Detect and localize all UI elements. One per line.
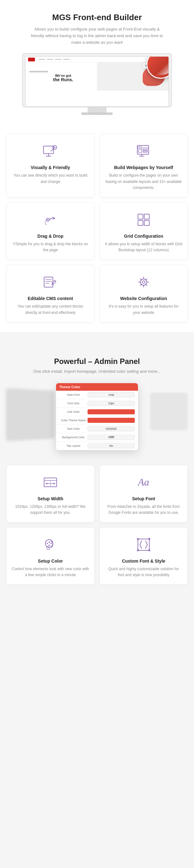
admin-features-section: Setup Width 1024px, 1200px, 1366px or fu… (0, 462, 194, 594)
custom-font-style-icon (134, 535, 153, 554)
admin-title: Powerful – Admin Panel (9, 357, 185, 366)
hero-text-area: We've gotthe Runs. (29, 71, 97, 82)
website-config-icon (134, 273, 153, 291)
grid-config-icon (134, 210, 153, 229)
feature-title: Setup Color (12, 559, 89, 563)
features-grid-1: Visually & Friendly You can see directly… (6, 134, 188, 322)
monitor-screen: We've gotthe Runs. ✚ ⤢ ❐ 🗑 (25, 56, 169, 107)
admin-panel-row: Top Layout No (56, 442, 138, 450)
feature-title: Editable CMS content (12, 296, 89, 301)
svg-point-11 (139, 146, 140, 147)
admin-panel-row: Background Color #ffffff (56, 433, 138, 442)
svg-point-43 (137, 538, 139, 540)
monitor-stand (88, 107, 106, 113)
nav-link (47, 59, 53, 60)
feature-card-website-config: Website Configuration It's is easy for y… (99, 265, 188, 322)
feature-card-visually-friendly: Visually & Friendly You can see directly… (6, 134, 95, 197)
feature-title: Setup Font (105, 496, 182, 501)
frontend-section: MGS Front-end Builder Allows you to buil… (0, 0, 194, 127)
feature-title: Drag & Drop (12, 234, 89, 239)
row-value: #ffffff (88, 435, 135, 440)
editable-cms-icon (41, 273, 60, 291)
admin-panel-row: Link Color (56, 408, 138, 416)
svg-point-35 (51, 543, 52, 544)
admin-features-grid: Setup Width 1024px, 1200px, 1366px or fu… (6, 465, 188, 585)
row-value: #333333 (88, 426, 135, 431)
frontend-subtitle: Allows you to build/ configure your web … (28, 26, 166, 45)
nav-link (55, 59, 61, 60)
monitor-mockup: We've gotthe Runs. ✚ ⤢ ❐ 🗑 (9, 53, 185, 115)
feature-desc: It allows you to setup width of blocks w… (105, 241, 182, 253)
feature-desc: Control how elements look with new color… (12, 566, 89, 578)
feature-title: Website Configuration (105, 296, 182, 301)
svg-point-37 (48, 545, 50, 546)
feature-desc: YSimple for you to drag & drop the block… (12, 241, 89, 253)
svg-point-12 (141, 146, 142, 147)
row-value-red (88, 418, 135, 423)
feature-desc: You can edit/update any content blocks d… (12, 304, 89, 315)
feature-card-editable-cms: Editable CMS content You can edit/update… (6, 265, 95, 322)
admin-panel-row: Text Color #333333 (56, 425, 138, 433)
svg-line-25 (54, 281, 56, 282)
row-label: Text Color (59, 427, 88, 430)
row-value-red (88, 409, 135, 414)
feature-title: Grid Configuration (105, 234, 182, 239)
row-value: 13px (88, 401, 135, 406)
svg-point-33 (45, 539, 53, 547)
admin-section: Powerful – Admin Panel One click install… (0, 344, 194, 462)
feature-card-setup-color: Setup Color Control how elements look wi… (6, 527, 95, 585)
svg-rect-20 (144, 220, 149, 225)
admin-panel-blur-right (150, 393, 188, 430)
admin-panel-blur-left (6, 388, 55, 441)
nav-link (63, 59, 70, 60)
admin-panel-row: Main Font Arial (56, 391, 138, 399)
svg-rect-19 (138, 220, 143, 225)
magnified-shoe (149, 57, 169, 75)
svg-point-45 (137, 549, 139, 551)
feature-card-grid-config: Grid Configuration It allows you to setu… (99, 203, 188, 260)
nav-links (39, 59, 70, 60)
svg-rect-7 (138, 149, 142, 152)
section-divider (0, 332, 194, 344)
monitor-base (81, 113, 113, 115)
feature-title: Build Webpages by Yourself (105, 165, 182, 170)
nav-link (39, 59, 45, 60)
feature-card-drag-drop: Drag & Drop YSimple for you to drag & dr… (6, 203, 95, 260)
setup-color-icon (41, 535, 60, 554)
feature-desc: You can see directly which you want to b… (12, 173, 89, 185)
svg-rect-17 (138, 214, 143, 219)
feature-card-build-webpages: Build Webpages by Yourself Build or conf… (99, 134, 188, 197)
row-label: Link Color (59, 410, 88, 413)
svg-rect-18 (144, 214, 149, 219)
svg-point-4 (54, 147, 56, 148)
row-value: Arial (88, 392, 135, 397)
feature-desc: 1024px, 1200px, 1366px or full width? We… (12, 504, 89, 516)
svg-text:Aa: Aa (137, 476, 149, 488)
svg-rect-8 (143, 149, 148, 151)
svg-point-44 (148, 538, 150, 540)
feature-card-setup-width: Setup Width 1024px, 1200px, 1366px or fu… (6, 465, 95, 522)
svg-point-10 (138, 146, 139, 147)
admin-panel-row: Font Size 13px (56, 399, 138, 408)
svg-point-27 (142, 281, 145, 283)
feature-card-custom-font: Custom Font & Style Quick and highly cus… (99, 527, 188, 585)
drag-drop-icon (41, 210, 60, 229)
svg-point-34 (48, 541, 50, 543)
svg-rect-9 (143, 151, 148, 152)
svg-point-16 (47, 219, 48, 220)
row-value: No (88, 443, 135, 448)
screen-content: We've gotthe Runs. ✚ ⤢ ❐ 🗑 (26, 57, 168, 106)
svg-point-46 (148, 549, 150, 551)
admin-mockup: Theme Color Main Font Arial Font Size 13… (9, 383, 185, 453)
feature-desc: It's is easy for you to setup all featur… (105, 304, 182, 315)
build-webpages-icon (134, 142, 153, 161)
visually-friendly-icon (41, 142, 60, 161)
feature-title: Custom Font & Style (105, 559, 182, 563)
frontend-title: MGS Front-end Builder (9, 12, 185, 22)
feature-desc: From AlieeZee to Zeyada, all the fonts f… (105, 504, 182, 516)
row-label: Font Size (59, 402, 88, 405)
admin-subtitle: One click install, Import homepage, Unli… (9, 369, 185, 374)
nav-logo (28, 58, 35, 61)
feature-card-setup-font: Aa Setup Font From AlieeZee to Zeyada, a… (99, 465, 188, 522)
feature-title: Visually & Friendly (12, 165, 89, 170)
